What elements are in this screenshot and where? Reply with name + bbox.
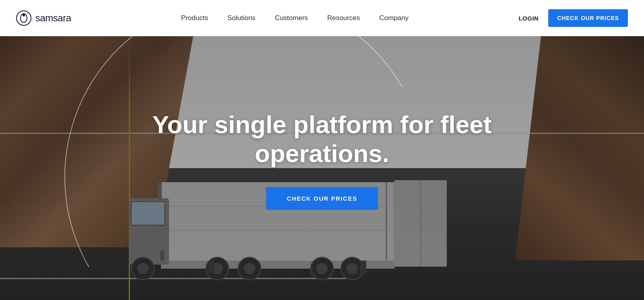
nav-link-solutions[interactable]: Solutions xyxy=(227,14,256,22)
nav-item-resources[interactable]: Resources xyxy=(327,14,360,22)
svg-point-0 xyxy=(17,11,31,25)
hero-title: Your single platform for fleet operation… xyxy=(141,110,503,168)
hero-section: Your single platform for fleet operation… xyxy=(0,36,644,300)
check-prices-nav-button[interactable]: CHECK OUR PRICES xyxy=(548,9,628,27)
nav-link-customers[interactable]: Customers xyxy=(275,14,308,22)
nav-item-solutions[interactable]: Solutions xyxy=(227,14,256,22)
nav-links: Products Solutions Customers Resources C… xyxy=(181,14,409,22)
nav-link-company[interactable]: Company xyxy=(379,14,409,22)
login-button[interactable]: LOGIN xyxy=(518,15,539,22)
nav-link-products[interactable]: Products xyxy=(181,14,208,22)
logo-link[interactable]: samsara xyxy=(16,10,71,26)
navbar: samsara Products Solutions Customers Res… xyxy=(0,0,644,36)
navbar-actions: LOGIN CHECK OUR PRICES xyxy=(518,9,628,27)
svg-point-2 xyxy=(23,14,25,16)
nav-item-products[interactable]: Products xyxy=(181,14,208,22)
nav-item-customers[interactable]: Customers xyxy=(275,14,308,22)
nav-link-resources[interactable]: Resources xyxy=(327,14,360,22)
hero-content: Your single platform for fleet operation… xyxy=(0,36,644,300)
check-prices-hero-button[interactable]: CHECK OUR PRICES xyxy=(266,187,378,210)
nav-item-company[interactable]: Company xyxy=(379,14,409,22)
samsara-logo-icon xyxy=(16,10,31,26)
brand-name: samsara xyxy=(35,12,71,24)
